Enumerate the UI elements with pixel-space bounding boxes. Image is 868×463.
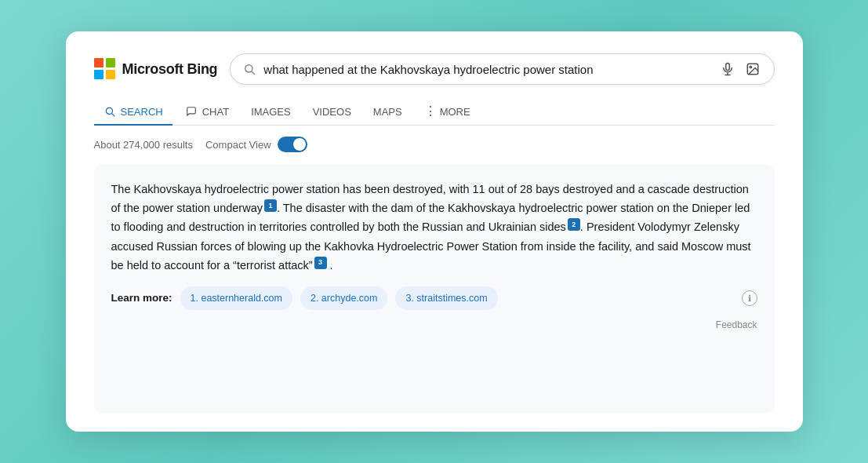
logo-sq-blue: [94, 70, 104, 79]
tab-chat-label: CHAT: [202, 106, 229, 118]
header: Microsoft Bing what happened at the Kakh…: [94, 53, 775, 85]
source-chip-1[interactable]: 1. easternherald.com: [180, 286, 292, 311]
tab-search-label: SEARCH: [121, 106, 163, 118]
cite-3[interactable]: 3: [314, 257, 327, 269]
tab-more-label: MORE: [440, 106, 470, 118]
search-tab-icon: [104, 105, 116, 118]
bing-logo-text: Microsoft Bing: [122, 61, 218, 78]
search-input[interactable]: what happened at the Kakhovskaya hydroel…: [263, 63, 710, 76]
compact-view-label: Compact View: [205, 139, 271, 151]
logo-sq-red: [94, 58, 104, 67]
answer-part4: .: [327, 259, 333, 272]
tab-chat[interactable]: CHAT: [176, 99, 238, 126]
tab-maps[interactable]: MAPS: [364, 100, 412, 126]
svg-rect-2: [725, 64, 729, 71]
answer-card: The Kakhovskaya hydroelectric power stat…: [94, 165, 775, 413]
search-icon: [243, 63, 256, 75]
tab-maps-label: MAPS: [373, 106, 402, 118]
svg-point-6: [750, 66, 751, 67]
bing-logo[interactable]: Microsoft Bing: [94, 58, 218, 80]
microphone-button[interactable]: [719, 60, 736, 78]
browser-frame: Microsoft Bing what happened at the Kakh…: [66, 31, 803, 432]
learn-more-label: Learn more:: [111, 290, 173, 307]
bing-logo-squares: [94, 58, 116, 80]
tab-search[interactable]: SEARCH: [94, 99, 173, 126]
tab-images-label: IMAGES: [251, 106, 291, 118]
source-chip-3[interactable]: 3. straitstimes.com: [395, 286, 497, 311]
tab-videos[interactable]: VIDEOS: [303, 100, 361, 126]
tab-videos-label: VIDEOS: [313, 106, 351, 118]
tab-images[interactable]: IMAGES: [242, 100, 300, 126]
image-search-button[interactable]: [744, 60, 761, 78]
svg-line-8: [111, 114, 114, 116]
feedback-label[interactable]: Feedback: [716, 318, 757, 334]
answer-text: The Kakhovskaya hydroelectric power stat…: [111, 180, 757, 275]
results-count: About 274,000 results: [94, 139, 193, 151]
compact-view-toggle[interactable]: [278, 137, 307, 152]
toggle-knob: [293, 138, 306, 151]
svg-line-1: [252, 71, 255, 75]
cite-2[interactable]: 2: [568, 218, 580, 231]
logo-sq-yellow: [106, 70, 115, 79]
cite-1[interactable]: 1: [264, 199, 277, 212]
search-bar: what happened at the Kakhovskaya hydroel…: [230, 53, 774, 85]
logo-sq-green: [106, 58, 115, 67]
compact-toggle[interactable]: Compact View: [205, 137, 307, 152]
search-bar-icons: [719, 60, 761, 78]
chat-tab-icon: [185, 105, 198, 118]
source-chip-2[interactable]: 2. archyde.com: [300, 286, 387, 311]
learn-more: Learn more: 1. easternherald.com 2. arch…: [111, 286, 757, 311]
tab-more[interactable]: ⋮ MORE: [415, 99, 480, 126]
nav-tabs: SEARCH CHAT IMAGES VIDEOS MAPS ⋮: [94, 99, 775, 126]
feedback-row: Feedback: [111, 318, 757, 334]
results-meta: About 274,000 results Compact View: [94, 137, 775, 152]
info-icon[interactable]: ℹ: [742, 290, 757, 306]
